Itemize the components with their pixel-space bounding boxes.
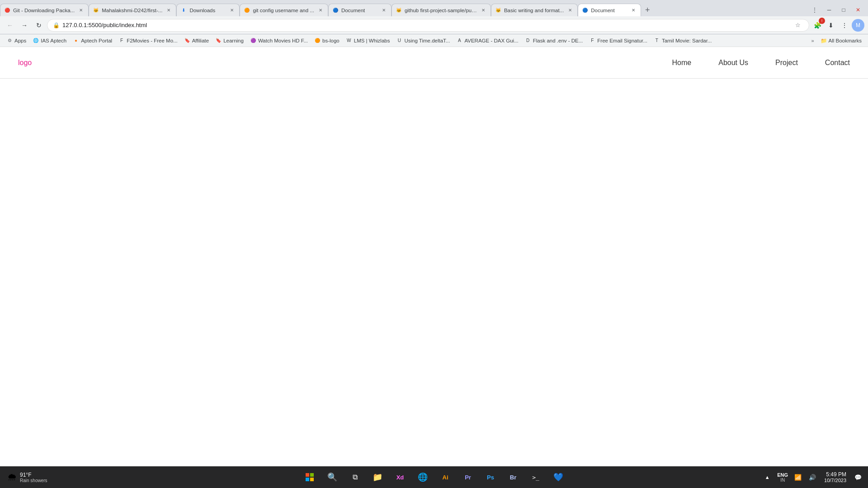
start-button[interactable] (300, 467, 320, 487)
profile-button[interactable]: M (852, 19, 864, 32)
show-hidden-button[interactable]: ▲ (761, 471, 774, 483)
tab-close[interactable]: ✕ (566, 7, 574, 14)
bookmark-label: Tamil Movie: Sardar... (662, 38, 712, 43)
bookmark-bm3[interactable]: ● Aptech Portal (70, 37, 115, 45)
tab-favicon: 🔴 (4, 7, 10, 14)
reload-button[interactable]: ↻ (33, 19, 45, 32)
bookmark-bm7[interactable]: 🟣 Watch Movies HD F... (247, 37, 311, 45)
tab-tab6[interactable]: 🐱 github first-project-sample/publ... ✕ (392, 4, 491, 16)
tab-close[interactable]: ✕ (77, 7, 85, 14)
wifi-icon[interactable]: 📶 (792, 471, 804, 483)
clock-date: 10/7/2023 (824, 478, 846, 483)
tab-favicon: 🔵 (582, 7, 588, 14)
premiere-button[interactable]: Pr (458, 467, 478, 487)
forward-button[interactable]: → (18, 19, 31, 32)
tab-tab5[interactable]: 🔵 Document ✕ (328, 4, 392, 16)
bookmark-bm14[interactable]: T Tamil Movie: Sardar... (651, 37, 715, 45)
site-main-content (0, 79, 868, 466)
clock-time: 5:49 PM (826, 471, 846, 478)
tab-bar-end: ⋮ ─ □ ✕ (808, 4, 868, 16)
bookmark-label: Using Time.deltaT... (404, 38, 450, 43)
search-button[interactable]: 🔍 (322, 467, 342, 487)
bookmark-bm11[interactable]: A AVERAGE - DAX Gui... (453, 37, 521, 45)
tab-favicon: 🐱 (396, 7, 402, 14)
bookmark-bm12[interactable]: D Flask and .env - DE... (522, 37, 586, 45)
bookmark-label: IAS Aptech (41, 38, 66, 43)
tab-tab1[interactable]: 🔴 Git - Downloading Packa... ✕ (0, 4, 89, 16)
downloads-button[interactable]: ⬇ (825, 19, 837, 32)
taskbar-weather[interactable]: 🌧 91°F Rain showers (4, 469, 51, 485)
tab-tab8[interactable]: 🔵 Document ✕ (578, 4, 641, 16)
bookmark-favicon: 🟣 (250, 38, 256, 44)
bookmark-star[interactable]: ☆ (793, 20, 803, 31)
bookmark-bm10[interactable]: U Using Time.deltaT... (393, 37, 453, 45)
bookmark-bm13[interactable]: F Free Email Signatur... (586, 37, 650, 45)
tab-close[interactable]: ✕ (380, 7, 387, 14)
tab-tab2[interactable]: 🐱 Mahalakshmi-D242/first-... ✕ (89, 4, 176, 16)
tab-bar-more[interactable]: ⋮ (808, 4, 821, 16)
bookmark-bm1[interactable]: ⚙ Apps (4, 37, 29, 45)
bookmark-bm2[interactable]: 🌐 IAS Aptech (30, 37, 69, 45)
new-tab-button[interactable]: + (641, 4, 654, 16)
bookmark-bm5[interactable]: 🔖 Affiliate (181, 37, 212, 45)
taskbar-clock[interactable]: 5:49 PM 10/7/2023 (821, 470, 850, 484)
language-indicator[interactable]: ENG IN (775, 471, 790, 483)
bookmark-favicon: F (118, 38, 125, 44)
bookmark-label: Flask and .env - DE... (533, 38, 583, 43)
bookmarks-more-button[interactable]: » (809, 37, 816, 44)
nav-link-home[interactable]: Home (672, 59, 692, 67)
minimize-button[interactable]: ─ (823, 4, 835, 16)
vscode-button[interactable]: 💙 (548, 467, 568, 487)
weather-desc: Rain showers (20, 478, 47, 483)
error-badge: ! (819, 18, 825, 24)
photoshop-button[interactable]: Ps (481, 467, 500, 487)
bookmark-bm8[interactable]: 🟠 bs-logo (311, 37, 342, 45)
notifications-button[interactable]: 💬 (852, 471, 864, 483)
all-bookmarks-button[interactable]: 📁 All Bookmarks (818, 37, 865, 45)
bookmark-favicon: 🌐 (33, 38, 39, 44)
tab-tab7[interactable]: 🐱 Basic writing and format... ✕ (491, 4, 578, 16)
chrome-button[interactable]: 🌐 (413, 467, 433, 487)
xd-button[interactable]: Xd (390, 467, 410, 487)
nav-link-about[interactable]: About Us (718, 59, 748, 67)
tab-close[interactable]: ✕ (317, 7, 324, 14)
volume-icon[interactable]: 🔊 (806, 471, 819, 483)
address-bar[interactable]: 🔒 127.0.0.1:5500/public/index.html ☆ (47, 19, 809, 32)
site-logo[interactable]: logo (18, 59, 32, 67)
more-tools-button[interactable]: ⋮ (838, 19, 851, 32)
back-button[interactable]: ← (4, 19, 16, 32)
nav-link-contact[interactable]: Contact (825, 59, 850, 67)
tab-tab3[interactable]: ⬇ Downloads ✕ (176, 4, 240, 16)
illustrator-button[interactable]: Ai (435, 467, 455, 487)
bridge-button[interactable]: Br (503, 467, 523, 487)
tab-favicon: 🐱 (495, 7, 501, 14)
bookmark-bm4[interactable]: F F2Movies - Free Mo... (116, 37, 180, 45)
tab-close[interactable]: ✕ (228, 7, 236, 14)
bookmark-favicon: ● (73, 38, 79, 44)
bookmark-bm6[interactable]: 🔖 Learning (212, 37, 246, 45)
taskview-button[interactable]: ⧉ (345, 467, 365, 487)
tab-tab4[interactable]: 🟠 git config username and ... ✕ (240, 4, 328, 16)
lang-primary: ENG (777, 472, 788, 478)
bookmark-label: AVERAGE - DAX Gui... (464, 38, 518, 43)
extensions-button[interactable]: 🧩 ! (811, 19, 824, 32)
bookmark-bm9[interactable]: W LMS | Whizlabs (343, 37, 393, 45)
taskbar-center: 🔍 ⧉ 📁 Xd 🌐 Ai Pr Ps Br >_ 💙 (300, 467, 568, 487)
bookmark-favicon: D (525, 38, 531, 44)
nav-right-actions: 🧩 ! ⬇ ⋮ M (811, 19, 864, 32)
tab-close[interactable]: ✕ (480, 7, 487, 14)
svg-rect-2 (306, 478, 309, 481)
tab-title: Basic writing and format... (504, 8, 564, 13)
tab-close[interactable]: ✕ (630, 7, 637, 14)
weather-info: 91°F Rain showers (20, 472, 47, 483)
tab-favicon: 🐱 (93, 7, 99, 14)
tab-close[interactable]: ✕ (165, 7, 172, 14)
terminal-button[interactable]: >_ (526, 467, 546, 487)
fileexplorer-button[interactable]: 📁 (368, 467, 387, 487)
bookmarks-bar-end: 📁 All Bookmarks (818, 37, 865, 45)
bookmark-label: Learning (223, 38, 244, 43)
maximize-button[interactable]: □ (837, 4, 850, 16)
nav-link-project[interactable]: Project (775, 59, 798, 67)
bookmark-favicon: U (396, 38, 402, 44)
close-button[interactable]: ✕ (852, 4, 864, 16)
